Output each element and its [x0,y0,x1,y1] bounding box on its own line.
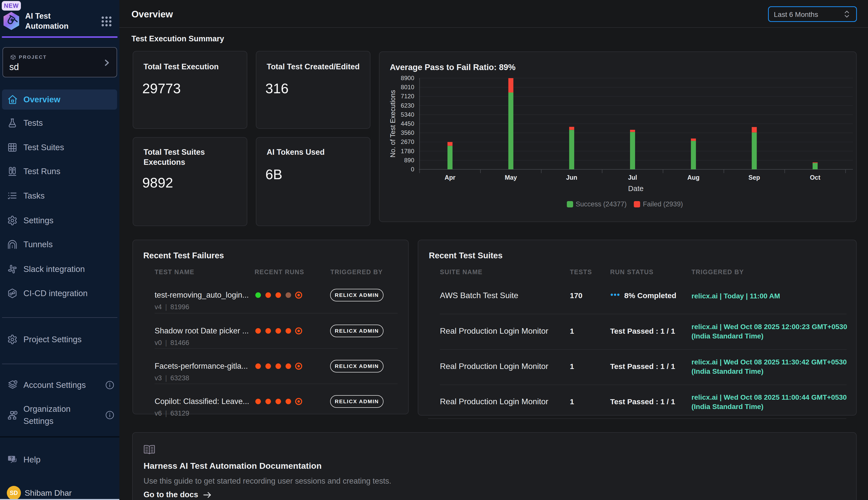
svg-text:1780: 1780 [401,148,414,155]
svg-text:Date: Date [628,184,643,193]
svg-text:7120: 7120 [401,93,414,100]
svg-text:8010: 8010 [401,84,414,90]
svg-text:0: 0 [411,166,414,173]
svg-text:3560: 3560 [401,129,414,136]
svg-text:Oct: Oct [810,174,820,181]
svg-text:5340: 5340 [401,111,414,118]
svg-text:4450: 4450 [401,120,414,127]
svg-text:Sep: Sep [748,174,760,181]
svg-text:Aug: Aug [687,174,700,181]
svg-text:No. of Test Executions: No. of Test Executions [389,90,397,158]
svg-text:Failed (2939): Failed (2939) [643,200,683,208]
svg-text:Jul: Jul [628,174,637,181]
svg-text:?: ? [10,456,13,461]
svg-text:May: May [505,174,517,181]
svg-text:2670: 2670 [401,138,414,145]
svg-text:Success (24377): Success (24377) [576,200,627,208]
svg-text:890: 890 [404,157,414,163]
svg-text:Jun: Jun [566,174,577,181]
svg-text:8900: 8900 [401,75,414,81]
svg-text:Apr: Apr [444,174,455,181]
svg-text:6230: 6230 [401,102,414,109]
